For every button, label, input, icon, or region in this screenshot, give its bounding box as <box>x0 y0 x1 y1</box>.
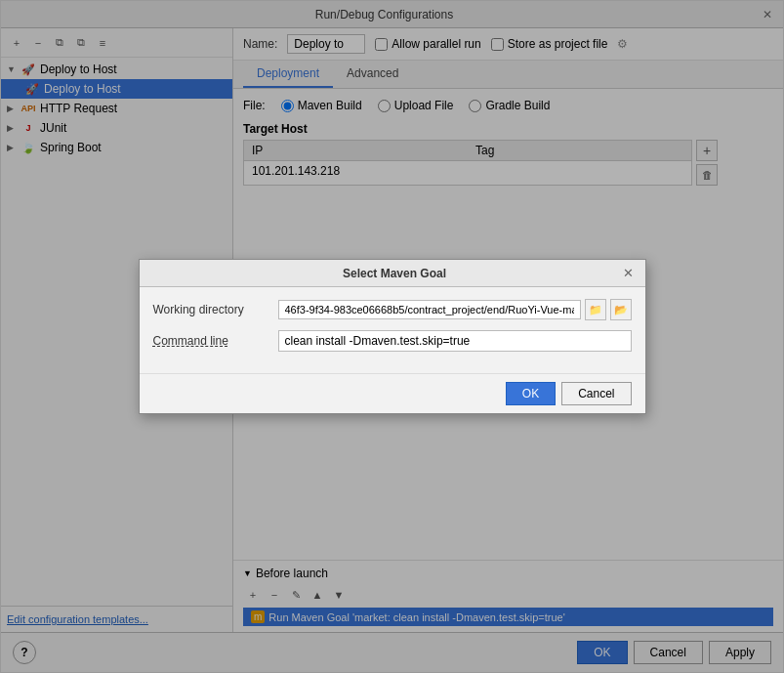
working-directory-label: Working directory <box>153 303 270 316</box>
main-dialog: Run/Debug Configurations ✕ + − ⧉ ⧉ ≡ ▼ 🚀… <box>0 0 784 673</box>
modal-ok-button[interactable]: OK <box>506 382 556 405</box>
command-line-input[interactable] <box>278 330 632 352</box>
command-line-row: Command line <box>153 330 632 352</box>
working-directory-row: Working directory 📁 📂 <box>153 299 632 320</box>
working-dir-folder-button[interactable]: 📁 <box>585 299 606 320</box>
modal-cancel-button[interactable]: Cancel <box>561 382 631 405</box>
modal-body: Working directory 📁 📂 Command line <box>140 287 645 373</box>
modal-footer: OK Cancel <box>140 373 645 413</box>
modal-close-button[interactable]: ✕ <box>621 266 636 280</box>
working-directory-input[interactable] <box>278 300 581 319</box>
command-line-label: Command line <box>153 334 270 348</box>
modal-overlay: Select Maven Goal ✕ Working directory 📁 … <box>1 1 783 672</box>
modal-title: Select Maven Goal <box>169 267 621 280</box>
working-directory-input-group: 📁 📂 <box>278 299 632 320</box>
modal-title-bar: Select Maven Goal ✕ <box>140 260 645 287</box>
working-dir-browse-button[interactable]: 📂 <box>610 299 632 320</box>
modal-dialog: Select Maven Goal ✕ Working directory 📁 … <box>139 259 646 414</box>
